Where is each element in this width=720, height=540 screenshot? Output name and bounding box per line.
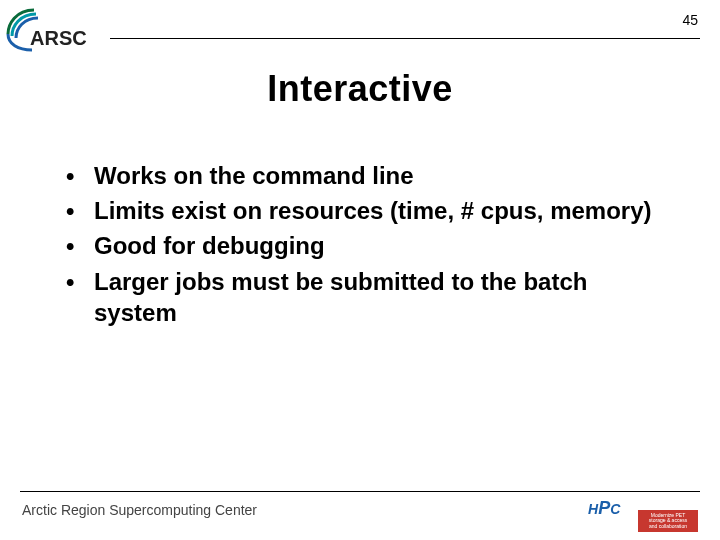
list-item: Limits exist on resources (time, # cpus,…: [66, 195, 660, 226]
header-divider: [110, 38, 700, 39]
slide-title: Interactive: [0, 68, 720, 110]
arsc-logo: ARSC: [6, 6, 106, 54]
list-item: Larger jobs must be submitted to the bat…: [66, 266, 660, 328]
list-item: Good for debugging: [66, 230, 660, 261]
page-number: 45: [682, 12, 698, 28]
list-item: Works on the command line: [66, 160, 660, 191]
hpc-logo-text: HPC: [588, 501, 620, 517]
arsc-logo-text: ARSC: [30, 27, 87, 49]
bullet-list: Works on the command line Limits exist o…: [66, 160, 660, 332]
footer-divider: [20, 491, 700, 492]
footer-tag-badge: Modernize PET storage & access and colla…: [638, 510, 698, 532]
footer-tag-line: and collaboration: [649, 524, 687, 530]
slide: ARSC 45 Interactive Works on the command…: [0, 0, 720, 540]
arsc-logo-icon: ARSC: [6, 6, 106, 54]
footer-org: Arctic Region Supercomputing Center: [22, 502, 257, 518]
